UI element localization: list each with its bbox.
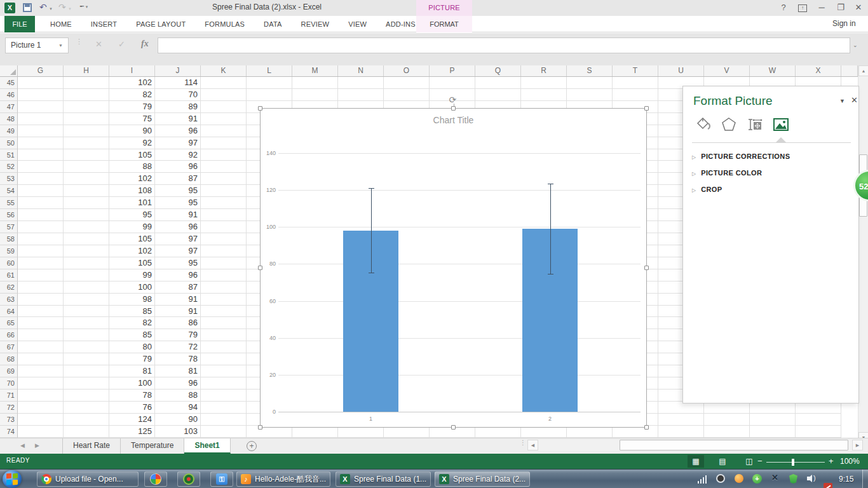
- cell-G55[interactable]: [18, 197, 64, 209]
- cell-G72[interactable]: [18, 402, 64, 414]
- pane-section-picture-color[interactable]: ▷PICTURE COLOR: [692, 164, 851, 180]
- expand-triangle-icon[interactable]: ▷: [692, 171, 696, 177]
- column-header-K[interactable]: K: [201, 65, 247, 76]
- cell-I49[interactable]: 90: [109, 125, 155, 137]
- cell-J45[interactable]: 114: [155, 77, 201, 89]
- row-header-58[interactable]: 58: [0, 233, 18, 245]
- cell-V73[interactable]: [704, 414, 750, 426]
- cell-K66[interactable]: [201, 329, 247, 341]
- horizontal-scroll-thumb[interactable]: [620, 440, 848, 451]
- zoom-out-button[interactable]: −: [757, 456, 763, 466]
- cell-H70[interactable]: [64, 377, 109, 390]
- effects-icon[interactable]: [720, 116, 738, 133]
- tray-app-icon[interactable]: [716, 474, 725, 483]
- cell-L45[interactable]: [247, 77, 292, 89]
- cell-G45[interactable]: [18, 77, 64, 89]
- cell-K57[interactable]: [201, 221, 247, 233]
- cell-I53[interactable]: 102: [109, 173, 155, 185]
- row-header-61[interactable]: 61: [0, 269, 18, 281]
- cell-K52[interactable]: [201, 161, 247, 173]
- column-header-W[interactable]: W: [750, 65, 796, 76]
- cell-K72[interactable]: [201, 402, 247, 414]
- cell-K58[interactable]: [201, 233, 247, 245]
- cell-K59[interactable]: [201, 245, 247, 257]
- column-header-N[interactable]: N: [338, 65, 384, 76]
- cell-O45[interactable]: [384, 77, 430, 89]
- column-header-X[interactable]: X: [796, 65, 841, 76]
- rotate-handle-icon[interactable]: ⟳: [449, 95, 457, 105]
- cell-J67[interactable]: 72: [155, 341, 201, 353]
- cell-J66[interactable]: 79: [155, 329, 201, 341]
- cell-I51[interactable]: 105: [109, 149, 155, 161]
- restore-button[interactable]: ❐: [834, 3, 848, 12]
- cell-I47[interactable]: 79: [109, 101, 155, 113]
- cell-I62[interactable]: 100: [109, 281, 155, 294]
- cell-H74[interactable]: [64, 426, 109, 438]
- page-layout-view-button[interactable]: ▤: [714, 455, 731, 468]
- cell-X73[interactable]: [796, 414, 841, 426]
- row-header-48[interactable]: 48: [0, 113, 18, 125]
- cell-G52[interactable]: [18, 161, 64, 173]
- cell-I64[interactable]: 85: [109, 306, 155, 318]
- network-signal-icon[interactable]: [698, 475, 707, 484]
- cell-G49[interactable]: [18, 125, 64, 137]
- cell-G63[interactable]: [18, 294, 64, 306]
- row-header-51[interactable]: 51: [0, 149, 18, 161]
- formula-bar-expand-icon[interactable]: ⌄: [853, 42, 858, 48]
- cell-G69[interactable]: [18, 365, 64, 377]
- cell-J64[interactable]: 91: [155, 306, 201, 318]
- cell-H64[interactable]: [64, 306, 109, 318]
- cell-I50[interactable]: 92: [109, 137, 155, 149]
- cell-K53[interactable]: [201, 173, 247, 185]
- taskbar-window-button[interactable]: XSpree Final Data (1...: [336, 471, 431, 487]
- cell-J51[interactable]: 92: [155, 149, 201, 161]
- column-header-U[interactable]: U: [658, 65, 704, 76]
- sheet-nav-left-icon[interactable]: ◀: [20, 442, 25, 449]
- row-header-72[interactable]: 72: [0, 402, 18, 414]
- cell-K74[interactable]: [201, 426, 247, 438]
- cell-K46[interactable]: [201, 89, 247, 101]
- row-header-57[interactable]: 57: [0, 221, 18, 233]
- zoom-slider-track[interactable]: [766, 462, 825, 463]
- column-header-L[interactable]: L: [247, 65, 292, 76]
- row-header-74[interactable]: 74: [0, 426, 18, 438]
- taskbar-chrome-button[interactable]: Upload file - Open...: [37, 471, 139, 487]
- row-header-68[interactable]: 68: [0, 353, 18, 365]
- row-header-73[interactable]: 73: [0, 414, 18, 426]
- horizontal-scrollbar[interactable]: ◀ ▶: [527, 440, 863, 451]
- cell-G67[interactable]: [18, 341, 64, 353]
- pane-section-picture-corrections[interactable]: ▷PICTURE CORRECTIONS: [692, 147, 851, 164]
- cell-G54[interactable]: [18, 185, 64, 197]
- cell-H48[interactable]: [64, 113, 109, 125]
- cell-I73[interactable]: 124: [109, 414, 155, 426]
- undo-button[interactable]: ↶ ▾: [39, 1, 52, 13]
- pane-section-crop[interactable]: ▷CROP: [692, 180, 851, 197]
- resize-handle[interactable]: [644, 266, 649, 270]
- cell-H72[interactable]: [64, 402, 109, 414]
- cell-H65[interactable]: [64, 317, 109, 329]
- cell-L46[interactable]: [247, 89, 292, 101]
- resize-handle[interactable]: [644, 425, 649, 430]
- cell-I48[interactable]: 75: [109, 113, 155, 125]
- sheet-tab-heart-rate[interactable]: Heart Rate: [62, 438, 121, 454]
- redo-button[interactable]: ↷ ▾: [58, 1, 71, 13]
- cell-H46[interactable]: [64, 89, 109, 101]
- row-header-64[interactable]: 64: [0, 306, 18, 318]
- resize-handle[interactable]: [258, 266, 262, 270]
- cell-K61[interactable]: [201, 269, 247, 281]
- cell-K48[interactable]: [201, 113, 247, 125]
- cell-G66[interactable]: [18, 329, 64, 341]
- cell-H60[interactable]: [64, 257, 109, 269]
- cell-I45[interactable]: 102: [109, 77, 155, 89]
- cell-I54[interactable]: 108: [109, 185, 155, 197]
- cell-I70[interactable]: 100: [109, 377, 155, 390]
- cell-T45[interactable]: [613, 77, 658, 89]
- insert-function-icon[interactable]: fx: [141, 39, 149, 49]
- cell-I60[interactable]: 105: [109, 257, 155, 269]
- cell-M46[interactable]: [292, 89, 338, 101]
- cell-J55[interactable]: 95: [155, 197, 201, 209]
- cell-I55[interactable]: 101: [109, 197, 155, 209]
- cell-I74[interactable]: 125: [109, 426, 155, 438]
- cell-K49[interactable]: [201, 125, 247, 137]
- sign-in-link[interactable]: Sign in: [832, 19, 856, 28]
